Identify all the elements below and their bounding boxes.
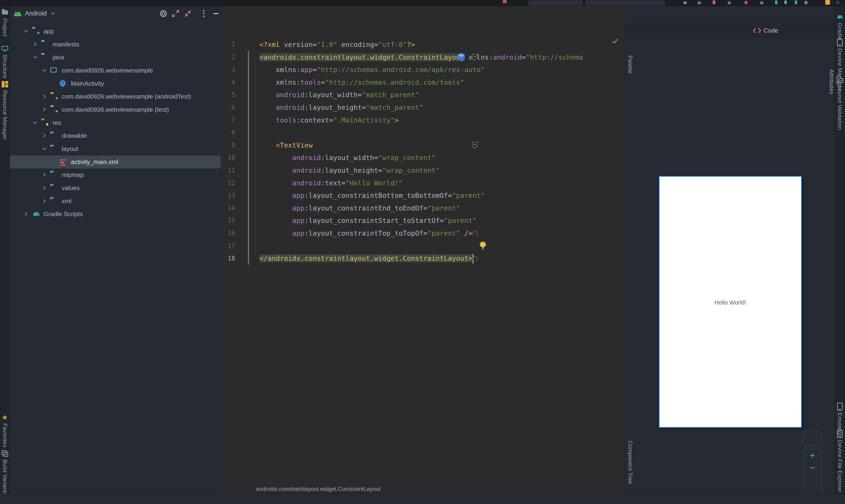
project-view-selector[interactable]: Android (25, 10, 47, 17)
chevron-right-icon[interactable] (41, 94, 47, 99)
code-line-6[interactable]: android:layout_height="match_parent" (259, 101, 423, 114)
code-line-1[interactable]: <?xml version="1.0" encoding="utf-8"?> (259, 38, 415, 51)
fold-marker-icon[interactable] (472, 142, 478, 149)
tree-item-label: res (53, 119, 61, 126)
palette-tab[interactable]: Palette (627, 55, 634, 74)
stripe-item-gradle[interactable]: Gradle (835, 13, 845, 40)
toolbar-fragment (795, 0, 797, 4)
design-surface[interactable]: Hello World! + − (636, 64, 827, 494)
stripe-item-resource-manager[interactable]: Resource Manager (0, 80, 10, 140)
hide-icon[interactable] (212, 10, 220, 18)
chevron-right-icon[interactable] (41, 133, 47, 139)
chevron-right-icon[interactable] (41, 172, 47, 178)
code-line-9[interactable]: <TextView (259, 139, 313, 151)
folder-test-icon (51, 93, 58, 101)
toolbar-fragment (503, 0, 507, 3)
tree-item-gradle-scripts[interactable]: Gradle Scripts (10, 208, 221, 220)
tree-item-mipmap[interactable]: mipmap (10, 168, 221, 181)
chevron-right-icon[interactable] (32, 41, 38, 47)
fold-end-icon[interactable] (472, 255, 478, 261)
folder-resource-icon (51, 185, 58, 192)
stripe-label: Project (2, 18, 8, 37)
hand-icon[interactable] (803, 431, 822, 443)
tree-item-manifests[interactable]: manifests (10, 38, 221, 51)
zoom-1-1-button[interactable] (803, 474, 822, 486)
toolbar-fragment (528, 0, 583, 6)
phone-preview-canvas[interactable]: Hello World! (659, 176, 802, 428)
inspections-ok-icon[interactable] (611, 37, 619, 44)
expand-icon[interactable] (171, 10, 180, 18)
zoom-out-button[interactable]: − (803, 462, 822, 474)
tree-item-mainactivity[interactable]: MainActivity (10, 77, 221, 90)
folder-resource-icon (51, 146, 58, 153)
stripe-label: Structure (2, 54, 8, 78)
code-editor[interactable]: 1<?xml version="1.0" encoding="utf-8"?>2… (221, 23, 624, 484)
code-line-13[interactable]: app:layout_constraintBottom_toBottomOf="… (259, 189, 485, 202)
chevron-right-icon[interactable] (23, 211, 29, 217)
stripe-item-device-file-explorer[interactable]: Device File Explorer (835, 430, 845, 492)
chevron-right-icon[interactable] (41, 107, 47, 112)
code-line-4[interactable]: xmlns:tools="http://schemas.android.com/… (259, 76, 464, 89)
chevron-down-icon[interactable] (41, 68, 47, 73)
tree-item-label: app (43, 28, 54, 35)
tree-item-app[interactable]: app (10, 25, 221, 38)
stripe-item-favorites[interactable]: ★Favorites (0, 413, 10, 447)
stripe-item-build-variants[interactable]: Build Variants (0, 450, 10, 495)
chevron-right-icon[interactable] (41, 185, 47, 191)
code-line-11[interactable]: android:layout_height="wrap_content" (259, 164, 440, 177)
package-icon (51, 67, 58, 74)
tree-item-com-david0926-webviewexample-test-[interactable]: com.david0926.webviewexample (test) (10, 103, 221, 116)
code-line-18[interactable]: </androidx.constraintlayout.widget.Const… (259, 252, 473, 265)
tree-item-xml[interactable]: xml (10, 195, 221, 208)
tree-item-activity-main-xml[interactable]: activity_main.xml (10, 156, 221, 168)
breadcrumb[interactable]: androidx.constraintlayout.widget.Constra… (221, 484, 624, 494)
chevron-down-icon[interactable] (41, 146, 47, 151)
tree-item-com-david0926-webviewexample-androidtest-[interactable]: com.david0926.webviewexample (androidTes… (10, 90, 221, 103)
toolbar-fragment (684, 1, 687, 4)
code-line-15[interactable]: app:layout_constraintStart_toStartOf="pa… (259, 214, 476, 227)
toolbar-fragment (836, 1, 839, 4)
code-line-3[interactable]: xmlns:app="http://schemas.android.com/ap… (259, 64, 485, 76)
tree-item-res[interactable]: res (10, 116, 221, 129)
folder-app-icon (32, 28, 40, 35)
chevron-down-icon[interactable] (32, 120, 38, 126)
code-line-16[interactable]: app:layout_constraintTop_toTopOf="parent… (259, 227, 473, 239)
attributes-tab[interactable]: Attributes (828, 69, 835, 94)
code-line-7[interactable]: tools:context=".MainActivity"> (259, 114, 399, 126)
tree-item-label: MainActivity (71, 80, 104, 87)
tree-item-drawable[interactable]: drawable (10, 129, 221, 142)
tree-item-label: drawable (62, 132, 87, 139)
tree-item-com-david0926-webviewexample[interactable]: com.david0926.webviewexample (10, 64, 221, 77)
stripe-item-project[interactable]: Project (0, 8, 10, 37)
folder-resource-icon (51, 172, 58, 179)
preview-text[interactable]: Hello World! (659, 299, 801, 306)
tree-item-values[interactable]: values (10, 182, 221, 195)
mode-code-button[interactable]: Code (753, 23, 778, 38)
collapse-icon[interactable] (183, 10, 192, 18)
fold-end-icon[interactable] (472, 230, 478, 236)
code-line-10[interactable]: android:layout_width="wrap_content" (259, 151, 436, 164)
code-line-14[interactable]: app:layout_constraintEnd_toEndOf="parent… (259, 202, 460, 214)
kebab-icon[interactable] (199, 10, 208, 18)
code-line-2[interactable]: <androidx.constraintlayout.widget.Constr… (259, 51, 583, 64)
zoom-in-button[interactable]: + (803, 449, 822, 462)
breadcrumb-item[interactable]: androidx.constraintlayout.widget.Constra… (256, 486, 381, 492)
tree-item-layout[interactable]: layout (10, 142, 221, 155)
stripe-item-structure[interactable]: Structure (0, 44, 10, 78)
constraintlayout-component-icon[interactable] (457, 53, 465, 62)
code-line-5[interactable]: android:layout_width="match_parent" (259, 88, 419, 101)
fold-marker-icon[interactable] (472, 54, 478, 61)
intention-bulb-icon[interactable] (479, 241, 487, 251)
line-number: 4 (221, 76, 235, 89)
chevron-down-icon[interactable] (32, 54, 38, 60)
chevron-down-icon[interactable] (23, 29, 29, 34)
component-tree-tab[interactable]: Component Tree (627, 440, 634, 484)
target-icon[interactable] (159, 10, 168, 18)
pan-button[interactable] (803, 431, 822, 446)
chevron-down-icon[interactable] (50, 11, 56, 16)
chevron-right-icon[interactable] (41, 198, 47, 204)
code-line-12[interactable]: android:text="Hello World!" (259, 177, 403, 190)
tree-item-java[interactable]: java (10, 51, 221, 64)
stripe-item-layout-validation[interactable]: Layout Validation (835, 75, 845, 130)
line-number: 5 (221, 88, 235, 101)
